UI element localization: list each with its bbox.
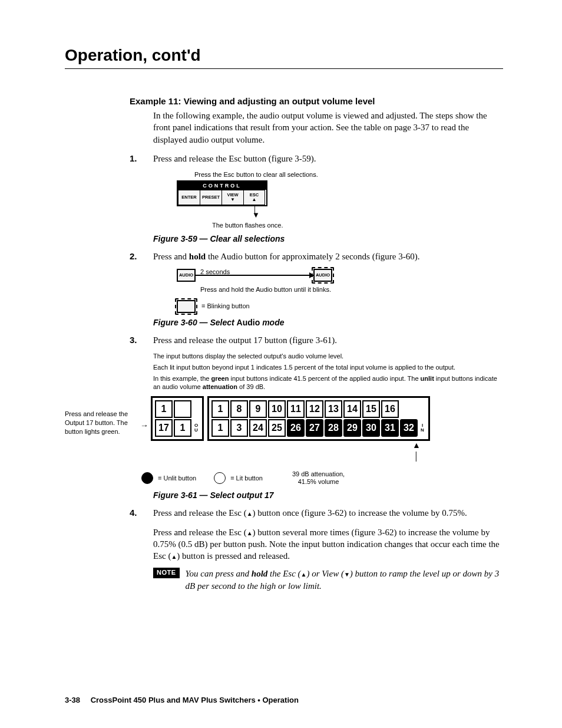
note-text: You can press and hold the Esc () or Vie… [186, 568, 503, 592]
fig60-audio-btn-right: AUDIO [313, 269, 332, 282]
down-triangle-icon: ▼ [230, 197, 235, 202]
fig59-bottom-label: The button flashes once. [212, 221, 503, 230]
figure-3-59: Press the Esc button to clear all select… [177, 170, 503, 229]
example-intro: In the following example, the audio outp… [153, 110, 503, 146]
fig61-side-arrow-icon: → [140, 421, 148, 430]
lit-dot-icon [214, 472, 226, 484]
fig59-btn-esc: ESC▲ [243, 190, 265, 205]
step-4-text: Press and release the Esc () button once… [153, 507, 503, 562]
page-footer: 3-38 CrossPoint 450 Plus and MAV Plus Sw… [65, 696, 299, 704]
step-1: 1. Press and release the Esc button (fig… [130, 153, 503, 164]
fig60-below-label: Press and hold the Audio button until it… [200, 285, 503, 294]
fig59-panel-title: CONTROL [178, 182, 266, 190]
unlit-dot-icon [141, 472, 153, 484]
figure-3-61: The input buttons display the selected o… [65, 352, 503, 486]
fig59-btn-view: VIEW▼ [222, 190, 243, 205]
fig61-legend: = Unlit button = Lit button 39 dB attenu… [141, 470, 503, 486]
fig61-explain: The input buttons display the selected o… [153, 352, 503, 391]
step-3-text: Press and release the output 17 button (… [153, 334, 503, 346]
fig60-caption: Figure 3-60 — Select Audio mode [153, 318, 503, 327]
fig60-audio-btn-left: AUDIO [177, 269, 196, 282]
step-3-num: 3. [130, 334, 153, 346]
fig59-caption: Figure 3-59 — Clear all selections [153, 234, 503, 243]
fig61-right-grid: 1 8 9 10 11 12 13 14 15 16 1 3 24 25 26 [207, 396, 430, 441]
up-triangle-icon [301, 569, 307, 578]
fig59-btn-preset: PRESET [200, 190, 222, 205]
title-rule [65, 68, 503, 69]
fig59-panel: CONTROL ENTER PRESET VIEW▼ ESC▲ [177, 180, 267, 206]
figure-3-60: AUDIO 2 seconds AUDIO Press and hold the… [177, 269, 503, 313]
footer-text: CrossPoint 450 Plus and MAV Plus Switche… [91, 696, 299, 704]
chapter-title: Operation, cont'd [65, 46, 503, 65]
fig60-legend-text: = Blinking button [201, 302, 250, 311]
fig60-legend-blink [177, 300, 196, 313]
fig61-up-arrow-icon: ▲│ [330, 440, 503, 462]
step-4-num: 4. [130, 507, 153, 562]
fig59-top-label: Press the Esc button to clear all select… [194, 170, 503, 179]
up-triangle-icon [171, 551, 177, 561]
page-number: 3-38 [65, 696, 80, 704]
up-triangle-icon [247, 508, 253, 518]
up-triangle-icon: ▲ [252, 197, 257, 202]
note: NOTE You can press and hold the Esc () o… [153, 568, 503, 592]
note-badge: NOTE [153, 568, 180, 578]
fig59-arrow-icon: │▼ [252, 206, 503, 219]
down-triangle-icon [344, 569, 350, 578]
fig59-btn-enter: ENTER [178, 190, 200, 205]
fig61-attenuation-label: 39 dB attenuation,41.5% volume [292, 470, 345, 486]
step-2-num: 2. [130, 251, 153, 262]
step-1-text: Press and release the Esc button (figure… [153, 153, 503, 164]
fig61-left-grid: 1 17 1 OU [151, 396, 204, 441]
step-2: 2. Press and hold the Audio button for a… [130, 251, 503, 262]
fig61-caption: Figure 3-61 — Select output 17 [153, 490, 503, 500]
example-heading: Example 11: Viewing and adjusting an out… [130, 96, 503, 106]
step-4: 4. Press and release the Esc () button o… [130, 507, 503, 562]
fig61-side-label: Press and release the Output 17 button. … [65, 410, 135, 436]
step-1-num: 1. [130, 153, 153, 164]
up-triangle-icon [247, 528, 253, 537]
step-2-text: Press and hold the Audio button for appr… [153, 251, 503, 262]
step-3: 3. Press and release the output 17 butto… [130, 334, 503, 346]
fig60-arrow-icon [196, 275, 313, 276]
